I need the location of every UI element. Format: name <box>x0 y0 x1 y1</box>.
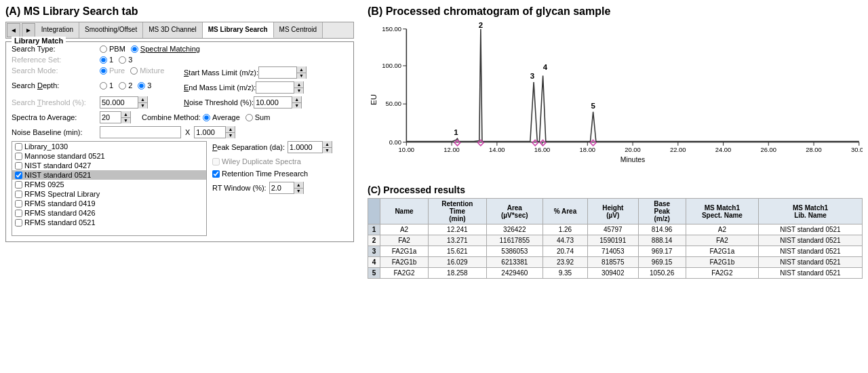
lib-check-3[interactable] <box>15 172 22 179</box>
radio-spectral-input[interactable] <box>131 45 138 53</box>
library-item-4[interactable]: RFMS 0925 <box>12 180 206 189</box>
radio-depth3[interactable]: 3 <box>138 81 151 90</box>
radio-mixture[interactable]: Mixture <box>130 66 164 75</box>
radio-average-input[interactable] <box>203 114 210 121</box>
radio-pbm-input[interactable] <box>100 45 107 53</box>
lib-check-0[interactable] <box>15 143 22 151</box>
radio-pure-input[interactable] <box>100 67 107 75</box>
noise-threshold-up[interactable]: ▲ <box>292 96 301 103</box>
rt-window-spinbox[interactable]: 2.0 ▲ ▼ <box>269 182 304 194</box>
radio-pbm[interactable]: PBM <box>100 45 125 53</box>
lib-check-7[interactable] <box>15 210 22 217</box>
radio-sum-input[interactable] <box>245 114 253 121</box>
rt-window-input[interactable]: 2.0 <box>270 184 294 192</box>
start-mass-spinbox[interactable]: ▲ ▼ <box>258 66 307 79</box>
library-item-5[interactable]: RFMS Spectral Library <box>12 189 206 199</box>
wiley-label: Wiley Duplicate Spectra <box>222 157 301 165</box>
tab-integration[interactable]: Integration <box>36 22 79 38</box>
library-item-1[interactable]: Mannose standard 0521 <box>12 151 206 161</box>
x-input[interactable]: 1.000 <box>195 128 225 136</box>
radio-depth3-input[interactable] <box>138 82 145 90</box>
x-down[interactable]: ▼ <box>226 133 235 139</box>
lib-check-6[interactable] <box>15 200 22 208</box>
radio-pure[interactable]: Pure <box>100 66 125 75</box>
spectra-avg-input[interactable]: 20 <box>100 113 121 121</box>
library-item-7[interactable]: RFMS standard 0426 <box>12 208 206 218</box>
x-spinbox[interactable]: 1.000 ▲ ▼ <box>194 126 235 138</box>
start-mass-arrows: ▲ ▼ <box>296 66 306 79</box>
retention-checkbox[interactable] <box>212 170 220 178</box>
cell-base: 814.96 <box>638 224 686 235</box>
tab-nav-left[interactable]: ◄ <box>7 23 20 37</box>
cell-spect: FA2G1a <box>686 246 758 257</box>
radio-depth1[interactable]: 1 <box>100 81 113 90</box>
lib-name-4: RFMS 0925 <box>24 180 64 189</box>
start-mass-up[interactable]: ▲ <box>297 66 306 73</box>
lib-check-8[interactable] <box>15 219 22 227</box>
radio-ref3-input[interactable] <box>119 56 126 64</box>
peak-sep-down[interactable]: ▼ <box>323 148 332 154</box>
noise-threshold-spinbox[interactable]: 10.000 ▲ ▼ <box>254 96 302 109</box>
noise-threshold-input[interactable]: 10.000 <box>254 98 292 106</box>
library-item-8[interactable]: RFMS standard 0521 <box>12 218 206 227</box>
radio-ref1-input[interactable] <box>100 56 107 64</box>
noise-threshold-down[interactable]: ▼ <box>292 103 301 109</box>
svg-text:0.00: 0.00 <box>389 139 401 146</box>
radio-ref3[interactable]: 3 <box>119 56 132 64</box>
cell-rt: 15.621 <box>429 246 487 257</box>
rt-window-label: RT Window (%): <box>212 184 267 192</box>
end-mass-spinbox[interactable]: ▲ ▼ <box>256 81 304 94</box>
library-list[interactable]: Library_1030 Mannose standard 0521 NIST … <box>12 141 207 236</box>
search-threshold-input[interactable]: 50.000 <box>100 98 138 106</box>
library-item-2[interactable]: NIST standard 0427 <box>12 161 206 170</box>
radio-depth2[interactable]: 2 <box>119 81 132 90</box>
search-threshold-spinbox[interactable]: 50.000 ▲ ▼ <box>100 96 148 109</box>
lib-check-4[interactable] <box>15 181 22 189</box>
cell-num: 1 <box>368 224 380 235</box>
peak-sep-spinbox[interactable]: 1.0000 ▲ ▼ <box>288 141 332 153</box>
end-mass-down[interactable]: ▼ <box>294 88 303 94</box>
spectra-avg-down[interactable]: ▼ <box>121 118 130 124</box>
radio-spectral[interactable]: Spectral Matching <box>131 45 200 53</box>
radio-sum[interactable]: Sum <box>245 113 271 121</box>
end-mass-up[interactable]: ▲ <box>294 81 303 88</box>
tab-smoothing[interactable]: Smoothing/Offset <box>79 22 143 38</box>
spectra-avg-up[interactable]: ▲ <box>121 111 130 118</box>
rt-window-up[interactable]: ▲ <box>294 182 303 189</box>
threshold-row: Search Threshold (%): 50.000 ▲ ▼ Noise T… <box>12 96 348 111</box>
lib-check-5[interactable] <box>15 191 22 198</box>
library-item-0[interactable]: Library_1030 <box>12 142 206 151</box>
group-title: Library Match <box>12 37 66 45</box>
peak-sep-up[interactable]: ▲ <box>323 141 332 148</box>
noise-baseline-row: Noise Baseline (min): X 1.000 ▲ ▼ <box>12 126 348 138</box>
spectra-avg-spinbox[interactable]: 20 ▲ ▼ <box>100 111 131 123</box>
radio-depth2-input[interactable] <box>119 82 126 90</box>
radio-mixture-input[interactable] <box>130 67 138 75</box>
library-item-3[interactable]: NIST standard 0521 <box>12 170 206 180</box>
results-title-label: (C) Processed results <box>368 184 465 195</box>
search-threshold-up[interactable]: ▲ <box>138 96 147 103</box>
spectra-combine-row: Spectra to Average: 20 ▲ ▼ Combine Metho… <box>12 111 348 123</box>
search-threshold-down[interactable]: ▼ <box>138 103 147 109</box>
peak-sep-input[interactable]: 1.0000 <box>288 143 322 151</box>
tab-ms3d[interactable]: MS 3D Channel <box>143 22 203 38</box>
start-mass-input[interactable] <box>259 68 296 77</box>
lib-check-2[interactable] <box>15 162 22 170</box>
tab-nav-right[interactable]: ► <box>22 23 35 37</box>
tab-mslibrary[interactable]: MS Library Search <box>203 22 274 38</box>
radio-ref1[interactable]: 1 <box>100 56 113 64</box>
noise-baseline-input[interactable] <box>100 126 181 138</box>
rt-window-down[interactable]: ▼ <box>294 189 303 195</box>
end-mass-input[interactable] <box>256 83 294 92</box>
wiley-checkbox[interactable] <box>212 158 220 165</box>
x-up[interactable]: ▲ <box>226 126 235 133</box>
tab-mscentroid[interactable]: MS Centroid <box>274 22 323 38</box>
radio-depth1-input[interactable] <box>100 82 107 90</box>
start-mass-down[interactable]: ▼ <box>297 73 306 79</box>
library-item-6[interactable]: RFMS standard 0419 <box>12 199 206 208</box>
wiley-option: Wiley Duplicate Spectra <box>212 157 348 165</box>
lib-check-1[interactable] <box>15 153 22 160</box>
radio-average[interactable]: Average <box>203 113 240 121</box>
svg-text:20.00: 20.00 <box>625 146 640 153</box>
retention-option[interactable]: Retention Time Presearch <box>212 170 348 178</box>
